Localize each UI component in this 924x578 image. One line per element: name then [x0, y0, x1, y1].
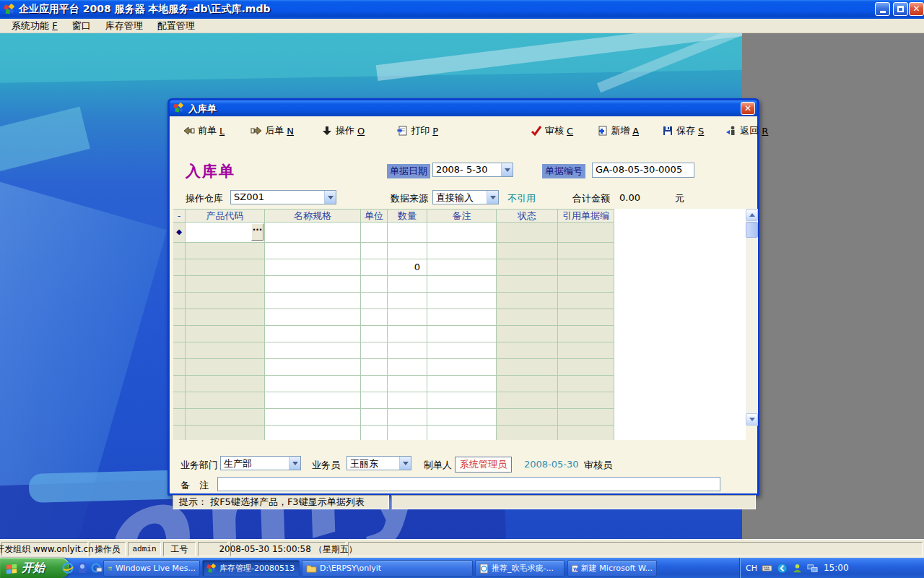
- grid-cell[interactable]: [427, 276, 497, 293]
- grid-cell[interactable]: [265, 309, 361, 326]
- taskbar-button-folder[interactable]: D:\ERPSY\onlyit: [302, 560, 473, 577]
- grid-cell[interactable]: [361, 243, 388, 259]
- taskbar-button-word[interactable]: W 新建 Microsoft W...: [567, 560, 657, 577]
- scroll-up-button[interactable]: [746, 209, 758, 221]
- grid-cell[interactable]: [388, 309, 427, 326]
- grid-cell[interactable]: [186, 326, 265, 342]
- doc-date-combo[interactable]: 2008- 5-30: [432, 163, 513, 177]
- scroll-down-button[interactable]: [746, 413, 758, 426]
- user-status-icon[interactable]: [792, 563, 803, 574]
- collapse-tray-icon[interactable]: [777, 563, 788, 574]
- combo-dropdown-button[interactable]: [324, 191, 336, 204]
- minimize-button[interactable]: [875, 2, 890, 16]
- grid-cell[interactable]: [186, 259, 265, 276]
- grid-cell[interactable]: [186, 376, 265, 392]
- grid-scrollbar[interactable]: [746, 209, 758, 426]
- grid-cell[interactable]: [361, 409, 388, 426]
- grid-cell[interactable]: [265, 326, 361, 342]
- restore-button[interactable]: [893, 2, 908, 16]
- grid-column-header[interactable]: 数量: [388, 209, 427, 223]
- grid-cell[interactable]: [427, 359, 497, 376]
- combo-dropdown-button[interactable]: [289, 457, 300, 470]
- grid-cell[interactable]: [361, 326, 388, 342]
- taskbar-button-webpage[interactable]: 推荐_吹毛求疵-...: [475, 560, 565, 577]
- grid-cell[interactable]: [265, 342, 361, 359]
- quicklaunch-mail-icon[interactable]: [91, 562, 103, 574]
- grid-cell[interactable]: [265, 359, 361, 376]
- grid-column-header[interactable]: 名称规格: [265, 209, 361, 223]
- grid-cell[interactable]: [361, 392, 388, 409]
- grid-cell[interactable]: [265, 376, 361, 392]
- dept-combo[interactable]: 生产部: [220, 456, 301, 470]
- grid-cell[interactable]: [361, 223, 388, 243]
- grid-cell[interactable]: [427, 326, 497, 342]
- grid-cell[interactable]: [186, 276, 265, 293]
- grid-cell[interactable]: [186, 426, 265, 440]
- grid-cell[interactable]: ...: [186, 223, 265, 243]
- grid-column-header[interactable]: 引用单据编: [558, 209, 614, 223]
- grid-cell[interactable]: [265, 276, 361, 293]
- grid-cell[interactable]: [361, 293, 388, 309]
- grid-cell[interactable]: [388, 392, 427, 409]
- grid-cell[interactable]: [361, 426, 388, 440]
- network-icon[interactable]: [807, 563, 818, 574]
- input-language-indicator[interactable]: CH: [746, 564, 757, 573]
- grid-cell[interactable]: [265, 293, 361, 309]
- grid-cell[interactable]: [265, 243, 361, 259]
- grid-cell[interactable]: [388, 326, 427, 342]
- grid-cell[interactable]: [361, 376, 388, 392]
- grid-cell[interactable]: [388, 293, 427, 309]
- start-button[interactable]: 开始: [0, 558, 69, 578]
- grid-column-header[interactable]: -: [173, 209, 186, 223]
- grid-cell[interactable]: [265, 392, 361, 409]
- product-lookup-button[interactable]: ...: [251, 223, 263, 241]
- grid-cell[interactable]: [388, 376, 427, 392]
- grid-cell[interactable]: [388, 426, 427, 440]
- dialog-close-button[interactable]: ✕: [741, 102, 755, 115]
- grid-cell[interactable]: [427, 392, 497, 409]
- taskbar-button-inventory[interactable]: 库存管理-20080513: [202, 560, 300, 577]
- grid-column-header[interactable]: 单位: [361, 209, 388, 223]
- grid-cell[interactable]: [427, 293, 497, 309]
- menu-window[interactable]: 窗口: [65, 18, 98, 34]
- grid-cell[interactable]: [265, 409, 361, 426]
- grid-cell[interactable]: [265, 259, 361, 276]
- grid-cell[interactable]: [427, 376, 497, 392]
- data-source-combo[interactable]: 直接输入: [432, 190, 499, 204]
- menu-inventory[interactable]: 库存管理: [98, 18, 150, 34]
- combo-dropdown-button[interactable]: [501, 163, 513, 176]
- grid-cell[interactable]: [388, 342, 427, 359]
- action-button[interactable]: 操作O: [318, 122, 368, 139]
- prev-doc-button[interactable]: 前单L: [180, 122, 228, 139]
- next-doc-button[interactable]: 后单N: [247, 122, 297, 139]
- grid-cell[interactable]: [427, 259, 497, 276]
- combo-dropdown-button[interactable]: [399, 457, 411, 470]
- grid-cell[interactable]: [361, 276, 388, 293]
- print-button[interactable]: 打印P: [393, 122, 442, 139]
- add-new-button[interactable]: 新增A: [593, 122, 642, 139]
- grid-cell[interactable]: [427, 223, 497, 243]
- grid-cell[interactable]: [388, 359, 427, 376]
- grid-cell[interactable]: [186, 392, 265, 409]
- grid-cell[interactable]: [265, 426, 361, 440]
- grid-cell[interactable]: [427, 426, 497, 440]
- quicklaunch-ie-icon[interactable]: [62, 562, 74, 574]
- doc-code-input[interactable]: GA-08-05-30-0005: [592, 163, 694, 178]
- grid-column-header[interactable]: 状态: [497, 209, 558, 223]
- grid-cell[interactable]: [186, 243, 265, 259]
- grid-cell[interactable]: [427, 342, 497, 359]
- grid-column-header[interactable]: 产品代码: [186, 209, 265, 223]
- menu-config[interactable]: 配置管理: [150, 18, 202, 34]
- scrollbar-thumb[interactable]: [746, 222, 758, 238]
- clerk-combo[interactable]: 王丽东: [346, 456, 411, 470]
- keyboard-icon[interactable]: [762, 563, 772, 574]
- grid-cell[interactable]: [388, 276, 427, 293]
- return-button[interactable]: 返回R: [722, 122, 772, 139]
- taskbar-button-messenger[interactable]: Windows Live Mes...: [103, 560, 200, 577]
- combo-dropdown-button[interactable]: [487, 191, 498, 204]
- grid-cell[interactable]: [186, 342, 265, 359]
- grid-cell[interactable]: [265, 223, 361, 243]
- grid-cell[interactable]: [427, 309, 497, 326]
- grid-cell[interactable]: [361, 342, 388, 359]
- close-button[interactable]: ✕: [909, 2, 924, 16]
